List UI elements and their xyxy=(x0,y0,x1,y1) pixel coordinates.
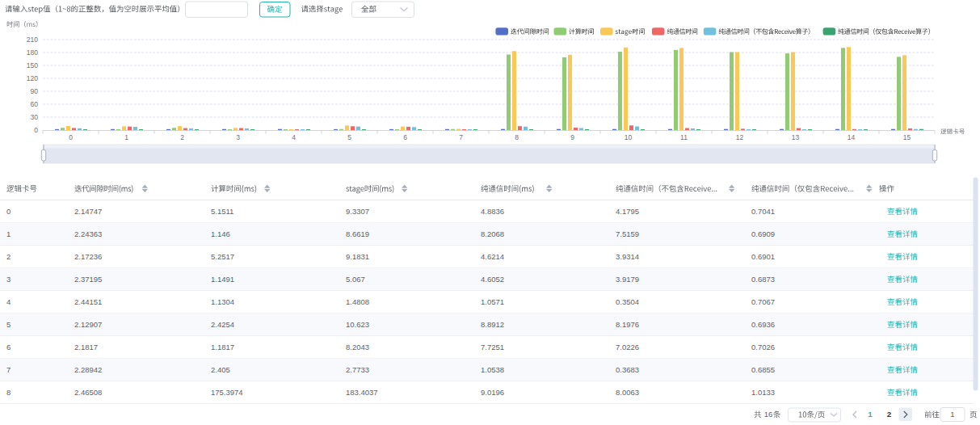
svg-text:1: 1 xyxy=(868,410,873,419)
svg-text:5: 5 xyxy=(6,320,11,329)
svg-text:7: 7 xyxy=(6,365,11,374)
svg-text:5: 5 xyxy=(347,133,351,141)
svg-text:183.4037: 183.4037 xyxy=(346,388,378,397)
svg-text:10: 10 xyxy=(625,133,633,141)
svg-text:8.8912: 8.8912 xyxy=(481,320,504,329)
svg-text:2.24363: 2.24363 xyxy=(74,229,102,238)
svg-text:9.1831: 9.1831 xyxy=(346,252,369,261)
svg-text:0.6909: 0.6909 xyxy=(751,229,775,238)
svg-text:0.6855: 0.6855 xyxy=(751,365,775,374)
svg-text:1.0133: 1.0133 xyxy=(751,388,775,397)
svg-text:2.17236: 2.17236 xyxy=(74,252,102,261)
svg-text:1: 1 xyxy=(124,133,128,141)
svg-text:8.1976: 8.1976 xyxy=(616,320,639,329)
svg-text:2.4254: 2.4254 xyxy=(211,320,234,329)
svg-text:3.9179: 3.9179 xyxy=(616,275,639,284)
svg-text:8.6619: 8.6619 xyxy=(346,229,369,238)
svg-text:16: 16 xyxy=(764,410,773,419)
svg-text:8: 8 xyxy=(6,388,11,397)
svg-text:0.3504: 0.3504 xyxy=(616,297,639,306)
svg-text:180: 180 xyxy=(27,48,38,57)
svg-text:0: 0 xyxy=(6,207,11,216)
svg-text:7: 7 xyxy=(459,133,463,141)
svg-text:0.6901: 0.6901 xyxy=(751,252,775,261)
svg-text:6: 6 xyxy=(403,133,407,141)
svg-text:5.2517: 5.2517 xyxy=(211,252,234,261)
svg-text:2.7733: 2.7733 xyxy=(346,365,369,374)
svg-text:150: 150 xyxy=(27,61,38,69)
svg-text:0: 0 xyxy=(69,133,73,141)
svg-text:2.44151: 2.44151 xyxy=(74,297,102,306)
svg-text:2.1817: 2.1817 xyxy=(74,343,98,351)
svg-text:1: 1 xyxy=(6,229,11,238)
svg-text:0.6936: 0.6936 xyxy=(751,320,775,329)
svg-text:2: 2 xyxy=(6,252,11,261)
svg-text:14: 14 xyxy=(848,133,856,141)
svg-text:9.0196: 9.0196 xyxy=(481,388,504,397)
svg-text:8: 8 xyxy=(515,133,519,141)
svg-text:30: 30 xyxy=(31,113,39,121)
svg-text:0.6873: 0.6873 xyxy=(751,275,775,284)
svg-text:1.0571: 1.0571 xyxy=(481,297,504,306)
svg-text:1.1304: 1.1304 xyxy=(211,297,234,306)
svg-text:0.3683: 0.3683 xyxy=(616,365,639,374)
svg-text:0.7067: 0.7067 xyxy=(751,297,775,306)
svg-text:5.1511: 5.1511 xyxy=(211,207,233,216)
svg-text:4.1795: 4.1795 xyxy=(616,207,639,216)
svg-text:9.3307: 9.3307 xyxy=(346,207,369,216)
svg-text:2.37195: 2.37195 xyxy=(74,275,102,284)
svg-text:3: 3 xyxy=(6,275,11,284)
svg-text:2: 2 xyxy=(887,410,892,419)
svg-text:7.0226: 7.0226 xyxy=(616,343,639,351)
svg-text:120: 120 xyxy=(27,74,38,82)
svg-text:90: 90 xyxy=(31,87,39,95)
svg-text:60: 60 xyxy=(31,100,39,108)
svg-text:2.28942: 2.28942 xyxy=(74,365,102,374)
svg-text:2.12907: 2.12907 xyxy=(74,320,102,329)
svg-text:8.0063: 8.0063 xyxy=(616,388,639,397)
svg-text:2.46508: 2.46508 xyxy=(74,388,102,397)
svg-text:3: 3 xyxy=(236,133,240,141)
svg-text:12: 12 xyxy=(736,133,744,141)
svg-text:0.7026: 0.7026 xyxy=(751,343,775,351)
svg-text:8.2043: 8.2043 xyxy=(346,343,369,351)
svg-text:175.3974: 175.3974 xyxy=(211,388,243,397)
svg-text:15: 15 xyxy=(903,133,911,141)
svg-text:5.067: 5.067 xyxy=(346,275,365,284)
svg-text:0.7041: 0.7041 xyxy=(751,207,775,216)
svg-text:210: 210 xyxy=(27,36,38,44)
svg-text:2.405: 2.405 xyxy=(211,365,230,374)
svg-text:4.6214: 4.6214 xyxy=(481,252,504,261)
svg-text:1: 1 xyxy=(950,410,954,419)
svg-text:10.623: 10.623 xyxy=(346,320,369,329)
svg-text:3.9314: 3.9314 xyxy=(616,252,639,261)
svg-text:4: 4 xyxy=(292,133,296,141)
svg-text:1.4808: 1.4808 xyxy=(346,297,369,306)
svg-text:4: 4 xyxy=(6,297,11,306)
svg-text:4.8836: 4.8836 xyxy=(481,207,504,216)
svg-text:1.1491: 1.1491 xyxy=(211,275,234,284)
svg-text:0: 0 xyxy=(34,126,38,134)
svg-text:2.14747: 2.14747 xyxy=(74,207,102,216)
svg-text:6: 6 xyxy=(6,343,11,351)
svg-text:1.146: 1.146 xyxy=(211,229,230,238)
svg-text:1.0538: 1.0538 xyxy=(481,365,504,374)
svg-text:1.1817: 1.1817 xyxy=(211,343,234,351)
svg-text:7.5159: 7.5159 xyxy=(616,229,639,238)
svg-text:2: 2 xyxy=(180,133,184,141)
svg-text:11: 11 xyxy=(680,133,688,141)
svg-text:7.7251: 7.7251 xyxy=(481,343,504,351)
svg-text:4.6052: 4.6052 xyxy=(481,275,504,284)
svg-text:9: 9 xyxy=(570,133,574,141)
svg-text:13: 13 xyxy=(792,133,800,141)
svg-text:8.2068: 8.2068 xyxy=(481,229,504,238)
